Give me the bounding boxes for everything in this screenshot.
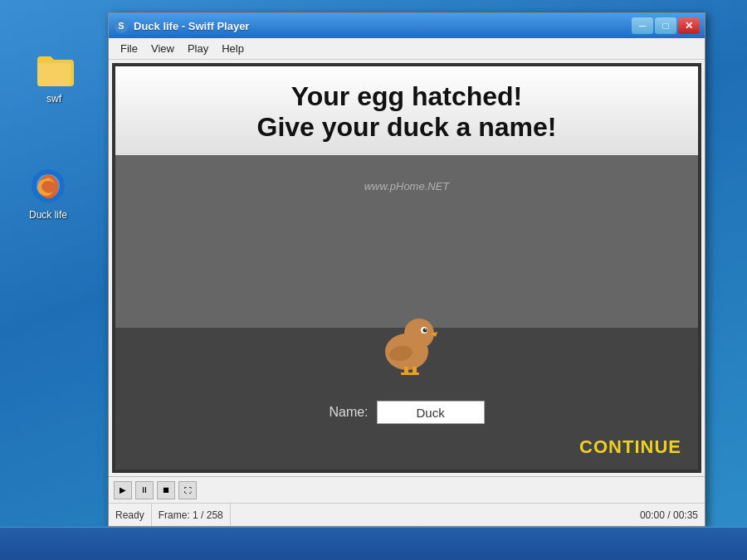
svg-point-6 bbox=[425, 329, 427, 330]
firefox-icon bbox=[28, 166, 68, 206]
menu-file[interactable]: File bbox=[114, 41, 144, 56]
fullscreen-button[interactable]: ⛶ bbox=[178, 481, 197, 499]
menu-help[interactable]: Help bbox=[215, 41, 251, 56]
app-icon: S bbox=[114, 18, 129, 33]
menu-play[interactable]: Play bbox=[181, 41, 215, 56]
duck-svg bbox=[369, 300, 444, 375]
game-headline-2: Give your duck a name! bbox=[132, 112, 681, 143]
name-label: Name: bbox=[329, 405, 368, 420]
duck-name-input[interactable] bbox=[377, 401, 485, 424]
stop-button[interactable]: ⏹ bbox=[157, 481, 175, 499]
svg-point-3 bbox=[404, 319, 434, 348]
pause-button[interactable]: ⏸ bbox=[135, 481, 154, 499]
folder-icon bbox=[34, 50, 74, 90]
game-headline-1: Your egg hatched! bbox=[132, 81, 681, 112]
menu-view[interactable]: View bbox=[144, 41, 181, 56]
game-body: www.pHome.NET bbox=[115, 155, 698, 470]
playback-bar: ▶ ⏸ ⏹ ⛶ bbox=[109, 476, 705, 503]
titlebar: S Duck life - Swiff Player ─ □ ✕ bbox=[109, 13, 705, 38]
swf-icon-label: swf bbox=[46, 93, 61, 105]
swiff-player-window: S Duck life - Swiff Player ─ □ ✕ File Vi… bbox=[108, 12, 706, 527]
titlebar-left: S Duck life - Swiff Player bbox=[114, 18, 249, 33]
duck-character bbox=[369, 300, 444, 378]
svg-point-5 bbox=[423, 329, 427, 333]
menubar: File View Play Help bbox=[109, 38, 705, 60]
name-row: Name: bbox=[115, 401, 698, 424]
svg-rect-8 bbox=[404, 367, 408, 373]
svg-rect-9 bbox=[413, 367, 417, 373]
close-button[interactable]: ✕ bbox=[678, 17, 700, 34]
status-time: 00:00 / 00:35 bbox=[633, 504, 705, 526]
play-button[interactable]: ▶ bbox=[114, 481, 132, 499]
status-ready: Ready bbox=[109, 504, 152, 526]
game-header: Your egg hatched! Give your duck a name! bbox=[115, 66, 698, 155]
minimize-button[interactable]: ─ bbox=[632, 17, 653, 34]
taskbar bbox=[0, 527, 747, 560]
svg-rect-11 bbox=[409, 373, 419, 375]
game-content: Your egg hatched! Give your duck a name!… bbox=[112, 63, 701, 473]
maximize-button[interactable]: □ bbox=[655, 17, 676, 34]
window-title: Duck life - Swiff Player bbox=[134, 20, 249, 32]
status-frame: Frame: 1 / 258 bbox=[152, 504, 231, 526]
desktop-icon-swf[interactable]: swf bbox=[21, 50, 87, 105]
statusbar: Ready Frame: 1 / 258 00:00 / 00:35 bbox=[109, 503, 705, 526]
continue-button[interactable]: CONTINUE bbox=[579, 436, 681, 458]
ducklife-icon-label: Duck life bbox=[29, 209, 67, 221]
titlebar-buttons: ─ □ ✕ bbox=[632, 17, 700, 34]
desktop-icon-ducklife[interactable]: Duck life bbox=[15, 166, 81, 221]
watermark: www.pHome.NET bbox=[364, 180, 450, 192]
